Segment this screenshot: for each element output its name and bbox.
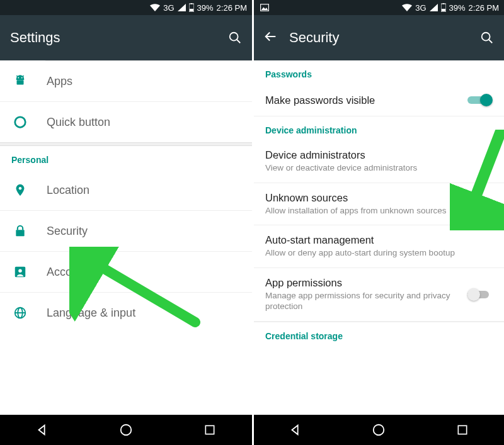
- nav-recent-icon[interactable]: [455, 422, 470, 437]
- settings-item-label: Accounts: [47, 266, 93, 279]
- signal-icon: [430, 4, 438, 11]
- settings-screen: 3G 39% 2:26 PM Settings Apps: [0, 0, 252, 445]
- section-header-personal: Personal: [0, 146, 252, 170]
- lock-icon: [11, 222, 29, 240]
- wifi-icon: [150, 4, 160, 11]
- toggle-unknown-sources[interactable]: [467, 197, 493, 211]
- network-type: 3G: [415, 3, 426, 13]
- nav-back-icon[interactable]: [288, 422, 303, 437]
- clock: 2:26 PM: [217, 3, 247, 13]
- svg-point-24: [374, 425, 384, 436]
- svg-line-23: [489, 40, 493, 43]
- svg-rect-10: [16, 230, 24, 236]
- svg-rect-1: [190, 3, 192, 4]
- back-arrow-icon[interactable]: [264, 30, 278, 46]
- section-header-credential: Credential storage: [254, 322, 504, 346]
- nav-bar: [254, 415, 504, 445]
- settings-item-label: Quick button: [47, 116, 110, 129]
- section-header-device-admin: Device administration: [254, 116, 504, 140]
- svg-line-4: [237, 40, 241, 43]
- settings-item-apps[interactable]: Apps: [0, 61, 252, 102]
- row-title: App permissions: [265, 277, 460, 289]
- svg-point-8: [15, 117, 26, 128]
- app-bar: Security: [254, 15, 504, 60]
- svg-point-12: [18, 269, 22, 273]
- search-icon[interactable]: [480, 31, 494, 45]
- app-bar: Settings: [0, 15, 252, 60]
- toggle-passwords-visible[interactable]: [467, 93, 493, 107]
- svg-point-5: [18, 77, 19, 79]
- svg-point-3: [230, 33, 238, 41]
- settings-item-label: Language & input: [47, 307, 135, 320]
- settings-item-security[interactable]: Security: [0, 211, 252, 252]
- row-auto-start[interactable]: Auto-start management Allow or deny app …: [254, 225, 504, 268]
- nav-home-icon[interactable]: [371, 422, 386, 437]
- circle-icon: [11, 113, 29, 131]
- settings-item-label: Security: [47, 225, 88, 238]
- row-unknown-sources[interactable]: Unknown sources Allow installation of ap…: [254, 183, 504, 226]
- globe-icon: [11, 304, 29, 322]
- svg-rect-25: [458, 425, 466, 434]
- row-title: Make passwords visible: [265, 94, 460, 106]
- svg-point-16: [121, 425, 132, 436]
- section-header-passwords: Passwords: [254, 60, 504, 84]
- signal-icon: [178, 4, 186, 11]
- svg-point-6: [21, 77, 23, 79]
- svg-point-22: [482, 33, 490, 41]
- battery-icon: [189, 3, 194, 12]
- svg-rect-21: [442, 9, 445, 11]
- picture-icon: [260, 4, 269, 11]
- security-screen: 3G 39% 2:26 PM Security Passwords Make p…: [252, 0, 504, 445]
- toggle-app-permissions[interactable]: [467, 288, 493, 301]
- nav-home-icon[interactable]: [118, 422, 134, 437]
- row-subtitle: Allow or deny app auto-start during syst…: [265, 247, 493, 259]
- svg-rect-7: [17, 80, 24, 84]
- account-icon: [11, 263, 29, 281]
- settings-item-quick-button[interactable]: Quick button: [0, 102, 252, 142]
- settings-item-accounts[interactable]: Accounts: [0, 252, 252, 293]
- android-icon: [11, 72, 29, 90]
- battery-percent: 39%: [449, 3, 466, 13]
- settings-item-language[interactable]: Language & input: [0, 293, 252, 333]
- nav-bar: [0, 415, 252, 445]
- row-make-passwords-visible[interactable]: Make passwords visible: [254, 84, 504, 116]
- svg-point-9: [19, 187, 22, 190]
- svg-rect-20: [442, 3, 444, 4]
- pin-icon: [11, 181, 29, 199]
- clock: 2:26 PM: [469, 3, 499, 13]
- svg-rect-2: [190, 9, 193, 11]
- wifi-icon: [402, 4, 412, 11]
- status-bar: 3G 39% 2:26 PM: [254, 0, 504, 15]
- settings-item-location[interactable]: Location: [0, 170, 252, 211]
- settings-item-label: Apps: [47, 75, 72, 88]
- row-device-administrators[interactable]: Device administrators View or deactivate…: [254, 140, 504, 183]
- settings-list[interactable]: Apps Quick button Personal Location: [0, 60, 252, 415]
- row-title: Device administrators: [265, 149, 493, 161]
- row-app-permissions[interactable]: App permissions Manage app permissions f…: [254, 268, 504, 322]
- row-title: Unknown sources: [265, 192, 460, 204]
- row-subtitle: Manage app permissions for security and …: [265, 290, 460, 312]
- battery-icon: [441, 3, 446, 12]
- settings-item-label: Location: [47, 184, 89, 197]
- battery-percent: 39%: [197, 3, 214, 13]
- page-title: Security: [289, 30, 469, 46]
- nav-recent-icon[interactable]: [202, 422, 217, 437]
- row-title: Auto-start management: [265, 234, 493, 246]
- status-bar: 3G 39% 2:26 PM: [0, 0, 252, 15]
- nav-back-icon[interactable]: [35, 422, 50, 437]
- security-list[interactable]: Passwords Make passwords visible Device …: [254, 60, 504, 415]
- network-type: 3G: [163, 3, 174, 13]
- svg-rect-17: [206, 425, 214, 434]
- row-subtitle: View or deactivate device administrators: [265, 162, 493, 174]
- search-icon[interactable]: [228, 31, 242, 45]
- row-subtitle: Allow installation of apps from unknown …: [265, 205, 460, 217]
- page-title: Settings: [10, 30, 217, 46]
